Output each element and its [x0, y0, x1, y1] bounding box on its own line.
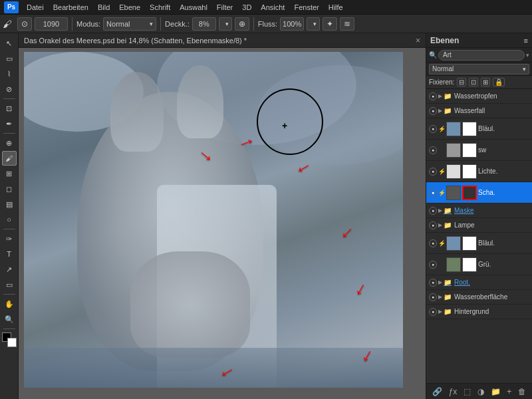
type-tool[interactable]: T: [2, 247, 17, 261]
fg-bg-colors[interactable]: [2, 332, 17, 347]
layer-hintergrund[interactable]: ● ▶ 📁 Hintergrund: [426, 305, 532, 319]
panel-options-icon[interactable]: ≡: [524, 37, 528, 45]
expand-root[interactable]: ▶: [438, 279, 442, 285]
menu-ebene[interactable]: Ebene: [115, 2, 144, 13]
airbrush-btn[interactable]: ⊕: [235, 17, 249, 31]
layer-eye-hintergrund[interactable]: ●: [429, 308, 437, 316]
menu-ansicht[interactable]: Ansicht: [257, 2, 289, 13]
layer-eye-maske[interactable]: ●: [429, 207, 437, 215]
expand-hintergrund[interactable]: ▶: [438, 309, 442, 315]
layer-eye-wasserob[interactable]: ●: [429, 293, 437, 301]
menu-schrift[interactable]: Schrift: [146, 2, 174, 13]
layer-root[interactable]: ● ▶ 📁 Root.: [426, 275, 532, 290]
menu-fenster[interactable]: Fenster: [290, 2, 323, 13]
mask-btn[interactable]: ⬚: [464, 387, 471, 396]
layer-lichte[interactable]: ● ⚡ Lichte.: [426, 161, 532, 182]
layer-name-blaulich-2: Bläul.: [478, 239, 529, 247]
expand-wassertropfen[interactable]: ▶: [438, 93, 442, 99]
clone-tool[interactable]: ⊞: [2, 166, 17, 181]
expand-wasserfall[interactable]: ▶: [438, 108, 442, 114]
zoom-tool[interactable]: 🔍: [2, 312, 17, 327]
layer-blaulich-1[interactable]: ● ⚡ Bläul.: [426, 118, 532, 140]
layer-eye-wasserfall[interactable]: ●: [429, 107, 437, 115]
modus-dropdown[interactable]: Normal ▾: [103, 17, 156, 31]
menu-bild[interactable]: Bild: [94, 2, 114, 13]
brush-preset-btn[interactable]: ⊙: [17, 17, 32, 31]
blending-mode-dropdown[interactable]: Normal ▾: [429, 64, 529, 74]
layer-eye-wassertropfen[interactable]: ●: [429, 92, 437, 100]
layer-eye-blaulich-2[interactable]: ●: [429, 239, 437, 247]
layer-eye-gruen[interactable]: ●: [429, 261, 437, 269]
crop-tool[interactable]: ⊡: [2, 101, 17, 116]
toolbar-sep-3: [253, 17, 254, 31]
path-tool[interactable]: ↗: [2, 262, 17, 277]
menu-auswahl[interactable]: Auswahl: [176, 2, 211, 13]
layer-link-blaulich-2: ⚡: [438, 240, 445, 247]
layer-thumb-lichte: [446, 164, 461, 179]
canvas-tab-title: Das Orakel des Meeres.psd bei 14,8% (Sch…: [24, 37, 410, 45]
expand-lampe[interactable]: ▶: [438, 222, 442, 228]
pen-tool[interactable]: ✑: [2, 231, 17, 246]
canvas-tab-close[interactable]: ×: [416, 36, 420, 45]
fx-btn[interactable]: ƒx: [449, 387, 458, 396]
new-layer-btn[interactable]: +: [507, 387, 511, 396]
folder-btn[interactable]: 📁: [491, 387, 501, 396]
ps-logo: Ps: [4, 1, 19, 13]
menu-3d[interactable]: 3D: [238, 2, 255, 13]
layer-mask-gruen: [462, 257, 477, 272]
fix-transparent[interactable]: ⊡: [469, 78, 478, 86]
layer-schatten[interactable]: ● ⚡ Scha.: [426, 182, 532, 203]
layer-wassertropfen[interactable]: ● ▶ 📁 Wassertropfen: [426, 89, 532, 104]
layer-eye-blaulich-1[interactable]: ●: [429, 125, 437, 133]
layer-eye-lampe[interactable]: ●: [429, 221, 437, 229]
quick-select-tool[interactable]: ⊘: [2, 82, 17, 96]
brush-tool[interactable]: 🖌: [2, 151, 17, 166]
expand-wasserob[interactable]: ▶: [438, 294, 442, 300]
layer-eye-sw[interactable]: ●: [429, 146, 437, 154]
fix-image[interactable]: ⊞: [481, 78, 490, 86]
link-btn[interactable]: 🔗: [432, 387, 442, 396]
menu-filter[interactable]: Filter: [213, 2, 237, 13]
deckk-dropdown[interactable]: ▾: [219, 17, 232, 31]
layer-name-gruen: Grü.: [478, 261, 529, 268]
eraser-tool[interactable]: ◻: [2, 182, 17, 196]
search-dropdown-arrow[interactable]: ▾: [526, 52, 529, 59]
layer-eye-schatten[interactable]: ●: [429, 189, 437, 197]
healing-tool[interactable]: ⊕: [2, 136, 17, 150]
background-color[interactable]: [7, 338, 17, 347]
lasso-tool[interactable]: ⌇: [2, 66, 17, 81]
canvas-content[interactable]: + → → ↓ ↓ ↓ ↓ ↓: [19, 48, 426, 399]
menu-datei[interactable]: Datei: [23, 2, 48, 13]
expand-maske[interactable]: ▶: [438, 207, 442, 213]
adjustment-btn[interactable]: ◑: [477, 387, 484, 396]
layer-wasserfall[interactable]: ● ▶ 📁 Wasserfall: [426, 104, 532, 118]
layer-gruen[interactable]: ● Grü.: [426, 254, 532, 275]
dodge-tool[interactable]: ○: [2, 212, 17, 227]
deckk-field[interactable]: 8%: [192, 17, 216, 31]
smoothing-btn[interactable]: ≋: [340, 17, 354, 31]
main-area: ↖ ▭ ⌇ ⊘ ⊡ ✒ ⊕ 🖌 ⊞ ◻ ▤ ○ ✑ T ↗ ▭ ✋ 🔍 Das …: [0, 33, 532, 399]
fluss-dropdown[interactable]: ▾: [307, 17, 320, 31]
fluss-field[interactable]: 100%: [280, 17, 304, 31]
shape-tool[interactable]: ▭: [2, 277, 17, 292]
hand-tool[interactable]: ✋: [2, 297, 17, 311]
layer-eye-root[interactable]: ●: [429, 279, 437, 287]
fix-all[interactable]: 🔒: [493, 78, 505, 86]
layer-lampe[interactable]: ● ▶ 📁 Lampe: [426, 218, 532, 233]
brush-size-field[interactable]: 1090: [35, 17, 68, 31]
fix-position[interactable]: ⊟: [457, 78, 466, 86]
pressure-btn[interactable]: ✦: [323, 17, 337, 31]
marquee-tool[interactable]: ▭: [2, 51, 17, 66]
layer-sw[interactable]: ● sw: [426, 140, 532, 161]
move-tool[interactable]: ↖: [2, 36, 17, 51]
gradient-tool[interactable]: ▤: [2, 197, 17, 211]
menu-bearbeiten[interactable]: Bearbeiten: [49, 2, 92, 13]
menu-hilfe[interactable]: Hilfe: [325, 2, 347, 13]
layer-eye-lichte[interactable]: ●: [429, 168, 437, 176]
eyedropper-tool[interactable]: ✒: [2, 116, 17, 131]
layer-search-input[interactable]: Art: [438, 50, 525, 61]
delete-layer-btn[interactable]: 🗑: [518, 387, 526, 396]
layer-maske[interactable]: ● ▶ 📁 Maske: [426, 203, 532, 218]
layer-wasserob[interactable]: ● ▶ 📁 Wasseroberfläche: [426, 290, 532, 305]
layer-blaulich-2[interactable]: ● ⚡ Bläul.: [426, 233, 532, 254]
